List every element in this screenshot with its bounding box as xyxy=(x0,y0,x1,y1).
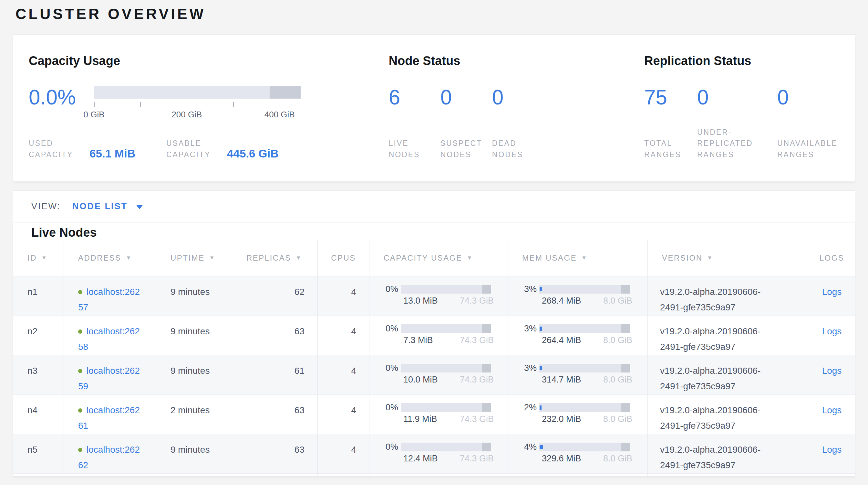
capacity-total-value: 74.3 GiB xyxy=(460,415,494,424)
capacity-used-percent: 0.0% xyxy=(29,87,81,108)
capacity-usage-cell: 0% 12.4 MiB74.3 GiB xyxy=(369,434,508,473)
mem-used-value: 264.4 MiB xyxy=(542,336,581,345)
node-logs-cell: Logs xyxy=(808,395,855,434)
mem-used-value: 232.0 MiB xyxy=(542,415,581,424)
sort-arrow-icon: ▼ xyxy=(296,255,301,261)
table-row: n3 localhost:26259 9 minutes 61 4 0% 10.… xyxy=(13,355,855,395)
node-cpus-cell: 4 xyxy=(318,316,369,355)
bar-remainder xyxy=(621,285,630,293)
node-replicas-cell: 63 xyxy=(232,434,318,473)
node-logs-cell: Logs xyxy=(808,434,855,473)
column-header-uptime[interactable]: UPTIME ▼ xyxy=(156,240,232,276)
live-nodes-table: ID ▼ ADDRESS ▼ UPTIME ▼ REPLICAS ▼ CPUS xyxy=(13,240,855,477)
column-header-mem-usage[interactable]: MEM USAGE ▼ xyxy=(508,240,648,276)
column-header-logs: LOGS xyxy=(808,240,855,276)
node-logs-cell: Logs xyxy=(808,355,855,395)
node-id-cell: n2 xyxy=(13,316,64,355)
sort-arrow-icon: ▼ xyxy=(581,255,587,261)
capacity-percent: 0% xyxy=(369,324,401,333)
node-replicas-cell: 63 xyxy=(232,316,318,355)
usable-capacity-group: USABLE CAPACITY 445.6 GiB xyxy=(166,138,279,160)
capacity-gauge-row: 0.0% 0 GiB 200 GiB 400 GiB xyxy=(29,86,389,122)
bar-remainder xyxy=(482,324,491,333)
logs-link[interactable]: Logs xyxy=(822,326,842,336)
column-header-replicas[interactable]: REPLICAS ▼ xyxy=(232,240,318,276)
mem-used-value: 268.4 MiB xyxy=(542,296,581,305)
under-replicated-ranges-label: UNDER-REPLICATED RANGES xyxy=(697,127,766,160)
chevron-down-icon[interactable] xyxy=(136,205,143,209)
logs-link[interactable]: Logs xyxy=(822,366,842,376)
capacity-percent: 0% xyxy=(369,403,401,412)
node-live-status-icon xyxy=(78,330,82,334)
capacity-used-value: 13.0 MiB xyxy=(403,296,438,305)
logs-link[interactable]: Logs xyxy=(822,445,842,455)
node-address-link[interactable]: localhost:26259 xyxy=(78,366,140,391)
capacity-usage-bar xyxy=(401,324,491,333)
logs-link[interactable]: Logs xyxy=(822,287,842,297)
node-cpus-cell: 4 xyxy=(318,277,369,316)
node-id-cell: n1 xyxy=(13,277,64,316)
capacity-usage-cell: 0% 11.9 MiB74.3 GiB xyxy=(369,395,508,434)
column-header-address[interactable]: ADDRESS ▼ xyxy=(64,240,156,276)
capacity-usage-section: Capacity Usage 0.0% 0 GiB 200 GiB 400 Gi… xyxy=(29,35,389,181)
axis-tick xyxy=(280,102,280,107)
mem-usage-bar xyxy=(539,403,630,412)
mem-used-value: 329.6 MiB xyxy=(542,454,581,463)
unavailable-ranges-count: 0 xyxy=(777,86,789,109)
capacity-percent: 0% xyxy=(369,443,401,451)
view-bar: VIEW: NODE LIST xyxy=(13,191,855,222)
mem-usage-bar xyxy=(539,443,630,451)
node-cpus-cell: 4 xyxy=(318,434,369,473)
live-nodes-count: 6 xyxy=(389,86,400,109)
capacity-percent: 0% xyxy=(369,285,401,293)
bar-remainder xyxy=(482,285,491,293)
mem-usage-cell: 3% 264.4 MiB8.0 GiB xyxy=(508,316,648,355)
capacity-usage-cell: 0% 7.3 MiB74.3 GiB xyxy=(369,316,508,355)
bar-remainder xyxy=(482,403,491,412)
node-uptime-cell: 2 minutes xyxy=(156,395,232,434)
column-header-capacity-usage[interactable]: CAPACITY USAGE ▼ xyxy=(369,240,508,276)
bar-fill xyxy=(539,366,542,370)
node-version-cell: v19.2.0-alpha.20190606-2491-gfe735c9a97 xyxy=(648,355,808,395)
bar-remainder xyxy=(482,443,491,451)
node-cpus-cell: 4 xyxy=(318,355,369,395)
bar-fill xyxy=(539,405,541,410)
suspect-nodes-count: 0 xyxy=(440,86,452,109)
mem-total-value: 8.0 GiB xyxy=(603,415,632,424)
column-header-version[interactable]: VERSION ▼ xyxy=(648,240,808,276)
node-version-cell: v19.2.0-alpha.20190606-2491-gfe735c9a97 xyxy=(648,434,808,473)
node-address-cell: localhost:26259 xyxy=(64,355,156,395)
axis-tick xyxy=(140,102,141,107)
node-address-cell: localhost:26262 xyxy=(64,434,156,473)
capacity-total-value: 74.3 GiB xyxy=(460,336,494,345)
node-address-link[interactable]: localhost:26262 xyxy=(78,445,140,470)
view-mode-selected-value: NODE LIST xyxy=(72,201,128,211)
node-address-link[interactable]: localhost:26257 xyxy=(78,287,140,312)
bar-fill xyxy=(539,287,542,291)
node-address-link[interactable]: localhost:26258 xyxy=(78,326,140,352)
node-address-link[interactable]: localhost:26261 xyxy=(78,405,140,431)
mem-total-value: 8.0 GiB xyxy=(603,375,632,384)
table-row: n5 localhost:26262 9 minutes 63 4 0% 12.… xyxy=(13,434,855,473)
live-nodes-panel: Live Nodes ID ▼ ADDRESS ▼ UPTIME ▼ REPLI… xyxy=(13,222,855,477)
capacity-values-row: USED CAPACITY 65.1 MiB USABLE CAPACITY 4… xyxy=(29,138,389,160)
view-mode-dropdown[interactable]: NODE LIST xyxy=(72,201,143,211)
cluster-summary-panel: Capacity Usage 0.0% 0 GiB 200 GiB 400 Gi… xyxy=(13,34,855,182)
mem-usage-bar xyxy=(539,364,630,372)
mem-usage-cell: 4% 329.6 MiB8.0 GiB xyxy=(508,434,648,473)
mem-percent: 3% xyxy=(508,324,539,333)
node-address-cell: localhost:26261 xyxy=(64,395,156,434)
column-header-id[interactable]: ID ▼ xyxy=(13,240,64,276)
capacity-used-value: 12.4 MiB xyxy=(403,454,438,463)
axis-tick-label: 400 GiB xyxy=(265,110,295,120)
view-label: VIEW: xyxy=(31,201,61,211)
node-status-title: Node Status xyxy=(389,54,644,68)
node-address-cell: localhost:26257 xyxy=(64,277,156,316)
total-ranges-count: 75 xyxy=(644,86,667,109)
sort-arrow-icon: ▼ xyxy=(126,255,131,261)
axis-tick xyxy=(187,102,187,107)
logs-link[interactable]: Logs xyxy=(822,405,842,415)
capacity-usage-title: Capacity Usage xyxy=(29,54,389,68)
bar-fill xyxy=(539,326,542,331)
bar-remainder xyxy=(482,364,491,372)
